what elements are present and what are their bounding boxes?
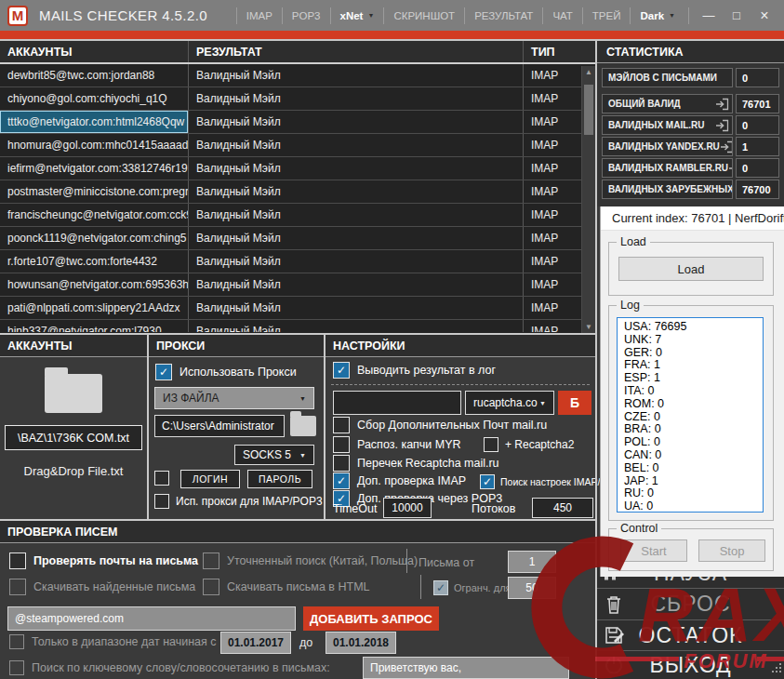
proxy-panel-header: ПРОКСИ <box>149 335 324 357</box>
table-row[interactable]: dewbrit85@twc.com:jordan88 Валидный Мэйл… <box>0 64 595 87</box>
table-scrollbar[interactable]: ▲ ▼ <box>581 66 595 333</box>
log-output-checkbox[interactable] <box>333 362 350 379</box>
accounts-file-path[interactable]: \BAZ\1\736K COM.txt <box>5 425 142 450</box>
scrollbar-thumb[interactable] <box>584 85 593 135</box>
pop3-limit-input[interactable]: 50 <box>508 577 556 599</box>
table-row[interactable]: hinb337@netvigator.com:l7930 Валидный Мэ… <box>0 320 595 332</box>
date-from-input[interactable]: 01.01.2017 <box>220 632 291 654</box>
table-row[interactable]: francischeungc@netvigator.com:cck9 Валид… <box>0 204 595 227</box>
export-icon[interactable] <box>715 98 729 111</box>
refined-search-checkbox[interactable] <box>203 553 219 569</box>
chevron-down-icon: ▼ <box>367 12 374 19</box>
results-table: АККАУНТЫ РЕЗУЛЬТАТ ТИП dewbrit85@twc.com… <box>0 41 595 333</box>
myr-captcha-checkbox[interactable] <box>333 436 350 453</box>
rest-button[interactable]: ОСТАТОК <box>597 620 784 651</box>
letters-panel-header: ПРОВЕРКА ПИСЕМ <box>0 521 595 543</box>
query-input[interactable]: @steampowered.com <box>7 606 296 631</box>
letters-from-input[interactable]: 1 <box>508 551 556 573</box>
extra-imap-checkbox[interactable] <box>333 473 350 489</box>
add-query-button[interactable]: ДОБАВИТЬ ЗАПРОС <box>303 606 439 631</box>
collect-extra-label: Сбор Дополнительных Почт mail.ru <box>357 419 547 432</box>
column-header-type[interactable]: ТИП <box>524 41 581 62</box>
start-button[interactable]: Start <box>620 539 687 562</box>
log-line: GER: 0 <box>624 347 763 360</box>
accounts-panel-header: АККАУНТЫ <box>0 335 147 357</box>
accounts-panel: АККАУНТЫ \BAZ\1\736K COM.txt Drag&Drop F… <box>0 335 147 519</box>
table-row[interactable]: r.forte107@twc.com:forte4432 Валидный Мэ… <box>0 250 595 273</box>
login-button[interactable]: ЛОГИН <box>180 470 240 488</box>
table-row[interactable]: howunsan@netvigator.com:695363h Валидный… <box>0 273 595 297</box>
login-pass-checkbox[interactable] <box>154 471 169 486</box>
refined-search-label: Уточненный поиск (Китай, Польша) <box>227 554 418 567</box>
captcha-key-input[interactable] <box>333 391 461 415</box>
table-row[interactable]: chiyono@gol.com:chiyochi_q1Q Валидный Мэ… <box>0 87 595 111</box>
scroll-up-icon[interactable]: ▲ <box>582 66 595 78</box>
minimize-button[interactable]: — <box>695 7 723 24</box>
download-html-checkbox[interactable] <box>203 579 219 595</box>
pop3-limit-checkbox[interactable] <box>433 580 448 595</box>
menu-item[interactable]: РЕЗУЛЬТАТ ▼ <box>464 7 542 24</box>
stop-button[interactable]: Stop <box>698 539 765 562</box>
statistics-header: СТАТИСТИКА <box>597 41 784 63</box>
bottom-panels: АККАУНТЫ \BAZ\1\736K COM.txt Drag&Drop F… <box>0 333 595 519</box>
exit-button[interactable]: ВЫХОД <box>597 651 784 679</box>
export-icon[interactable] <box>715 119 729 132</box>
date-range-checkbox[interactable] <box>9 634 24 649</box>
close-button[interactable]: × <box>751 7 778 24</box>
log-line: USA: 76695 <box>624 321 763 334</box>
imap-pop-settings-checkbox[interactable] <box>480 474 495 489</box>
menu-item[interactable]: IMAP ▼ <box>236 7 282 24</box>
balance-button[interactable]: Б <box>558 391 591 415</box>
table-row[interactable]: poonck1119@netvigator.com:ching5 Валидны… <box>0 227 595 250</box>
log-line: JAP: 1 <box>624 475 763 488</box>
log-textarea[interactable]: USA: 76695UNK: 7GER: 0FRA: 1ESP: 1ITA: 0… <box>617 317 764 513</box>
check-mails-checkbox[interactable] <box>9 553 26 569</box>
export-icon[interactable] <box>720 140 733 153</box>
socks-select[interactable]: SOCKS 5 ▼ <box>234 445 314 465</box>
table-row[interactable]: tttko@netvigator.com:html2468Qqw Валидны… <box>0 111 595 134</box>
table-row[interactable]: hnomura@gol.com:mhc01415aaaad Валидный М… <box>0 134 595 157</box>
captcha-service-select[interactable]: rucaptcha.co ▼ <box>465 391 554 415</box>
stat-row: ОБЩИЙ ВАЛИД 76701 <box>602 94 779 113</box>
collect-extra-checkbox[interactable] <box>333 417 350 433</box>
maximize-button[interactable]: □ <box>723 7 751 24</box>
proxy-folder-button[interactable] <box>290 416 316 436</box>
table-row[interactable]: pati@nlppati.com:slippery21AAdzx Валидны… <box>0 297 595 320</box>
check-mails-label: Проверять почты на письма <box>33 554 198 567</box>
password-button[interactable]: ПАРОЛЬ <box>247 470 312 488</box>
timeout-input[interactable]: 10000 <box>383 498 432 518</box>
proxy-source-select[interactable]: ИЗ ФАЙЛА ▼ <box>154 387 314 409</box>
threads-input[interactable]: 450 <box>532 498 593 518</box>
log-line: RU: 0 <box>624 487 763 500</box>
resize-grip[interactable] <box>770 660 782 677</box>
menu-item[interactable]: СКРИНШОТ ▼ <box>383 7 464 24</box>
keyword-checkbox[interactable] <box>9 660 24 675</box>
proxy-imap-pop3-checkbox[interactable] <box>154 494 169 509</box>
proxy-path-input[interactable]: C:\Users\Administrator <box>154 415 285 437</box>
table-row[interactable]: iefirm@netvigator.com:33812746r19 Валидн… <box>0 157 595 180</box>
index-window-title: Current index: 76701 | NerfDoriftar <box>612 211 784 225</box>
menu-item[interactable]: ЧАТ ▼ <box>542 7 581 24</box>
menu-item[interactable]: xNet ▼ <box>330 7 384 24</box>
column-header-result[interactable]: РЕЗУЛЬТАТ <box>189 41 524 62</box>
download-html-label: Скачивать письма в HTML <box>227 580 370 593</box>
recheck-recaptcha-checkbox[interactable] <box>333 455 350 472</box>
reset-button[interactable]: СБРОС <box>597 589 784 620</box>
keyword-input[interactable]: Приветствую вас, <box>363 657 569 679</box>
scroll-down-icon[interactable]: ▼ <box>582 321 595 333</box>
menu-item[interactable]: ТРЕЙ ▼ <box>582 7 631 24</box>
menu-item[interactable]: POP3 ▼ <box>282 7 330 24</box>
column-header-accounts[interactable]: АККАУНТЫ <box>0 41 189 62</box>
use-proxy-checkbox[interactable] <box>155 364 172 380</box>
folder-icon[interactable] <box>45 374 102 413</box>
recaptcha2-checkbox[interactable] <box>484 437 498 452</box>
export-icon[interactable] <box>728 162 733 175</box>
download-found-checkbox[interactable] <box>9 579 26 595</box>
trash-icon <box>605 594 623 615</box>
letters-from-label: Письма от <box>419 556 474 569</box>
load-button[interactable]: Load <box>618 257 764 281</box>
date-to-input[interactable]: 01.01.2018 <box>326 632 396 654</box>
date-range-label: Только в диапазоне дат начиная с <box>32 635 217 648</box>
menu-item[interactable]: Dark ▼ <box>630 7 684 24</box>
table-row[interactable]: postmaster@miniccistone.com:pregr Валидн… <box>0 180 595 204</box>
